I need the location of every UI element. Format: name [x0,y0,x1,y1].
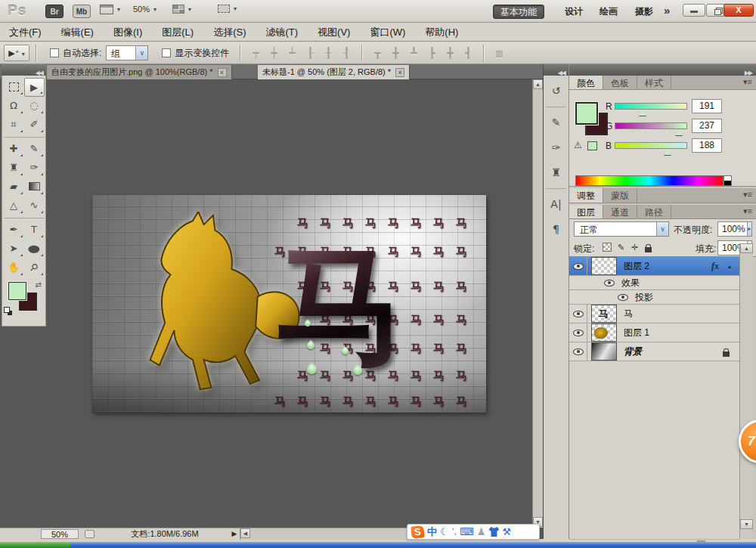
close-tab-icon[interactable]: × [395,68,404,77]
foreground-color-swatch[interactable] [575,102,598,125]
start-button-edge[interactable] [0,542,70,548]
swap-colors-icon[interactable]: ⇄ [36,280,42,289]
pen-tool[interactable]: ✒ [4,221,24,240]
workspace-photography-button[interactable]: 摄影 [628,5,660,19]
canvas-image[interactable]: 马马马马马马马马 马马马马马马马马马 马马马马马马马马 马马马马马马马 马马马马… [92,195,486,413]
layers-panel-scrollbar[interactable]: ▲ ▼ [739,243,753,538]
path-selection-tool[interactable]: ➤ [4,240,24,259]
align-bottom-icon[interactable]: ┷ [283,47,301,59]
blue-value-field[interactable]: 188 [692,138,722,153]
tab-styles[interactable]: 样式 [637,76,671,89]
layer-row-ma[interactable]: 马 马 [569,305,740,324]
tab-masks[interactable]: 蒙版 [603,188,637,203]
menu-select[interactable]: 选择(S) [213,26,246,39]
collapse-tools-icon[interactable]: ◀◀ [36,70,43,76]
layer-name[interactable]: 马 [624,308,633,320]
mini-bridge-button[interactable]: Mb [73,5,91,18]
paragraph-panel-button[interactable]: ¶ [547,219,566,239]
collapse-dock-icon[interactable]: ◀◀ [558,70,565,76]
eyedropper-tool[interactable]: ✐ [24,116,45,135]
lock-transparency-icon[interactable] [603,243,612,252]
status-zoom-field[interactable]: 50% [41,529,79,539]
red-slider[interactable] [615,103,687,110]
smudge-tool[interactable]: ∿ [24,197,45,215]
panel-menu-icon[interactable]: ▾≡ [743,206,752,216]
lasso-tool[interactable]: Ω [4,97,24,116]
blue-slider-thumb[interactable] [664,149,671,155]
sharpen-tool[interactable]: △ [4,197,24,215]
menu-help[interactable]: 帮助(H) [425,26,458,39]
scroll-up-icon[interactable]: ▲ [533,79,543,89]
zoom-level-button[interactable]: 50%▾ [133,5,156,14]
default-colors-icon[interactable] [4,307,12,315]
bridge-button[interactable]: Br [45,5,64,18]
gamut-color-swatch[interactable] [587,141,597,150]
align-vcenter-icon[interactable]: ┿ [265,47,283,59]
spectrum-bw-swatches[interactable] [723,175,732,186]
align-top-icon[interactable]: ┯ [246,47,265,59]
workspace-design-button[interactable]: 设计 [558,5,590,19]
menu-layer[interactable]: 图层(L) [162,26,194,39]
panel-menu-icon[interactable]: ▾≡ [743,190,752,200]
scroll-left-icon[interactable]: ◀ [240,528,250,538]
status-menu-arrow-icon[interactable]: ▶ [229,530,240,537]
quick-selection-tool[interactable]: ◌ [24,97,45,116]
panel-menu-icon[interactable]: ▾≡ [743,77,752,87]
move-tool[interactable]: ▶ [24,78,45,97]
person-icon[interactable]: ♟ [477,525,486,539]
scroll-up-icon[interactable]: ▲ [740,243,753,253]
distribute-top-icon[interactable]: ┳ [368,47,386,59]
layer-thumbnail[interactable] [591,257,617,275]
green-value-field[interactable]: 237 [692,119,722,133]
visibility-toggle[interactable] [569,305,587,323]
minimize-button[interactable] [683,4,705,17]
ime-toolbar[interactable]: S 中 ☾ ’, ⌨ ♟ ⚒ [407,524,540,540]
distribute-hcenter-icon[interactable]: ╋ [441,47,459,59]
distribute-left-icon[interactable]: ┣ [423,47,441,59]
distribute-right-icon[interactable]: ┫ [459,47,477,59]
brush-tool[interactable]: ✎ [24,140,45,159]
moon-icon[interactable]: ☾ [440,525,449,539]
green-slider[interactable] [615,122,687,129]
layer-row-background[interactable]: 背景 [569,342,740,361]
lock-all-icon[interactable] [645,245,652,255]
blend-mode-dropdown[interactable]: 正常∨ [574,221,669,237]
hand-tool[interactable]: ✋ [4,259,24,277]
auto-align-icon[interactable]: ▥ [490,47,508,59]
brush-presets-panel-button[interactable]: ✑ [547,138,566,157]
screen-mode-button[interactable]: ▾ [218,5,237,13]
green-slider-thumb[interactable] [675,129,683,135]
shape-tool[interactable]: ● [24,240,45,259]
layer-thumbnail[interactable]: 马 [591,305,617,323]
align-right-icon[interactable]: ┨ [337,47,355,59]
auto-select-checkbox[interactable] [50,48,59,57]
layer-name[interactable]: 背景 [624,345,642,358]
history-panel-button[interactable]: ↺ [547,81,566,101]
clone-stamp-tool[interactable]: ♜ [4,159,24,178]
tab-paths[interactable]: 路径 [637,205,671,218]
menu-window[interactable]: 窗口(W) [370,26,405,39]
drop-shadow-row[interactable]: 投影 [569,290,740,305]
visibility-toggle[interactable] [569,342,587,361]
tab-color[interactable]: 颜色 [569,76,603,89]
menu-image[interactable]: 图像(I) [113,26,142,39]
crop-tool[interactable]: ⌗ [4,116,24,135]
arrange-documents-button[interactable]: ▾ [172,5,191,14]
gamut-warning-icon[interactable]: ⚠ [574,140,582,150]
menu-file[interactable]: 文件(F) [9,26,42,39]
foreground-color-swatch[interactable] [8,282,26,300]
layer-thumbnail[interactable] [591,342,617,361]
ime-language-icon[interactable]: 中 [427,525,437,539]
tab-adjustments[interactable]: 调整 [569,188,603,203]
skin-shirt-icon[interactable] [488,527,499,537]
clone-source-panel-button[interactable]: ♜ [547,163,566,182]
wrench-icon[interactable]: ⚒ [502,525,511,539]
visibility-toggle[interactable] [569,257,587,275]
vertical-scrollbar[interactable]: ▲ ▼ [532,79,543,528]
red-value-field[interactable]: 191 [692,99,722,113]
layer-effects-row[interactable]: 效果 [569,276,740,290]
layer-name[interactable]: 图层 1 [624,327,649,339]
lock-pixels-icon[interactable]: ✎ [618,243,624,252]
opacity-field[interactable]: 100%▸ [717,221,752,237]
document-tab-1[interactable]: 自由变换的应用图片.png @ 100%(RGB/8) * × [47,65,232,79]
